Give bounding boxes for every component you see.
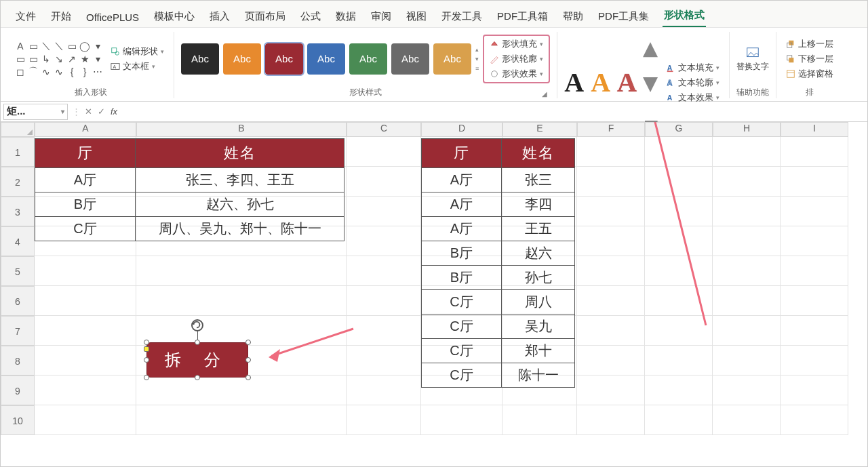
right-cell-7-0[interactable]: C厅: [422, 339, 502, 363]
gallery-more-icon[interactable]: ≡: [475, 65, 479, 72]
handle-w[interactable]: [144, 357, 149, 363]
wordart-style-0[interactable]: A: [564, 66, 584, 98]
send-backward-button[interactable]: 下移一层: [783, 52, 836, 66]
style-swatch-6[interactable]: Abc: [433, 43, 471, 75]
cell-A9[interactable]: [35, 375, 136, 405]
row-header-5[interactable]: 5: [1, 256, 35, 286]
rotate-handle[interactable]: [191, 319, 203, 331]
cell-A6[interactable]: [35, 286, 136, 316]
right-cell-7-1[interactable]: 郑十: [502, 339, 575, 363]
cell-A10[interactable]: [35, 405, 136, 435]
tab-formulas[interactable]: 公式: [299, 7, 322, 27]
wa-up-icon[interactable]: ▴: [644, 32, 659, 64]
adjust-handle[interactable]: [144, 346, 149, 352]
bring-forward-button[interactable]: 上移一层: [783, 37, 836, 51]
cancel-edit-icon[interactable]: ✕: [85, 106, 92, 117]
split-shape[interactable]: 拆 分: [146, 342, 248, 378]
tab-officeplus[interactable]: OfficePLUS: [85, 9, 140, 27]
edit-shape-button[interactable]: 编辑形状▾: [108, 45, 167, 58]
sheet-area[interactable]: ABCDEFGHI 12345678910 厅 姓名 A厅张三、李四、王五B厅赵…: [1, 122, 867, 467]
tab-view[interactable]: 视图: [405, 7, 428, 27]
cell-I5[interactable]: [781, 256, 848, 286]
handle-s[interactable]: [195, 375, 200, 380]
select-all-corner[interactable]: [1, 122, 35, 137]
style-swatch-2[interactable]: Abc: [265, 43, 303, 75]
tab-data[interactable]: 数据: [334, 7, 357, 27]
row-header-8[interactable]: 8: [1, 346, 35, 375]
right-cell-0-1[interactable]: 张三: [502, 168, 575, 192]
right-cell-8-0[interactable]: C厅: [422, 363, 502, 388]
cell-I10[interactable]: [781, 405, 848, 435]
left-cell-0-0[interactable]: A厅: [35, 168, 136, 192]
row-header-6[interactable]: 6: [1, 286, 35, 316]
right-cell-1-0[interactable]: A厅: [422, 192, 502, 217]
cell-I4[interactable]: [781, 226, 848, 256]
formula-input[interactable]: [121, 104, 867, 120]
right-cell-4-0[interactable]: B厅: [422, 266, 502, 290]
text-fill-button[interactable]: A 文本填充▾: [663, 61, 722, 75]
cell-B6[interactable]: [136, 286, 347, 316]
tab-pdftoolset[interactable]: PDF工具集: [597, 7, 650, 27]
left-cell-2-0[interactable]: C厅: [35, 217, 136, 241]
cell-F9[interactable]: [577, 375, 645, 405]
cell-C4[interactable]: [347, 226, 421, 256]
gallery-down-icon[interactable]: ▾: [475, 56, 479, 62]
tab-help[interactable]: 帮助: [561, 7, 585, 27]
shapes-gallery[interactable]: A▭＼＼▭◯▾ ▭▭↳↘↗★▾ ◻⌒∿∿{}⋯: [14, 40, 104, 78]
row-header-1[interactable]: 1: [1, 137, 35, 167]
shape-outline-button[interactable]: 形状轮廓▾: [487, 52, 546, 66]
col-header-I[interactable]: I: [781, 122, 848, 137]
right-cell-2-1[interactable]: 王五: [502, 217, 575, 241]
shape-style-gallery[interactable]: Abc Abc Abc Abc Abc Abc Abc ▴ ▾ ≡: [181, 43, 479, 75]
tab-devtools[interactable]: 开发工具: [440, 7, 484, 27]
right-cell-0-0[interactable]: A厅: [422, 168, 502, 192]
right-cell-3-0[interactable]: B厅: [422, 241, 502, 266]
cell-I6[interactable]: [781, 286, 848, 316]
cell-C10[interactable]: [347, 405, 421, 435]
row-header-2[interactable]: 2: [1, 167, 35, 197]
right-cell-5-1[interactable]: 周八: [502, 290, 575, 314]
shape-effects-button[interactable]: 形状效果▾: [487, 67, 546, 81]
cell-H9[interactable]: [713, 375, 781, 405]
tab-review[interactable]: 审阅: [370, 7, 393, 27]
cell-I1[interactable]: [781, 137, 848, 167]
col-header-E[interactable]: E: [502, 122, 577, 137]
tab-pagelayout[interactable]: 页面布局: [243, 7, 287, 27]
cell-F10[interactable]: [577, 405, 645, 435]
handle-ne[interactable]: [245, 340, 251, 345]
cell-H10[interactable]: [713, 405, 781, 435]
cell-C2[interactable]: [347, 167, 421, 197]
shape-styles-dialog-launcher[interactable]: ◢: [542, 90, 550, 98]
style-swatch-5[interactable]: Abc: [391, 43, 429, 75]
left-cell-1-0[interactable]: B厅: [35, 192, 136, 217]
style-swatch-0[interactable]: Abc: [181, 43, 219, 75]
style-swatch-1[interactable]: Abc: [223, 43, 261, 75]
cell-C6[interactable]: [347, 286, 421, 316]
cell-B5[interactable]: [136, 256, 347, 286]
gallery-up-icon[interactable]: ▴: [475, 46, 479, 53]
namebox-dropdown-icon[interactable]: ▾: [61, 108, 64, 115]
cell-C1[interactable]: [347, 137, 421, 167]
right-cell-2-0[interactable]: A厅: [422, 217, 502, 241]
handle-n[interactable]: [195, 340, 200, 345]
tab-insert[interactable]: 插入: [208, 7, 231, 27]
tab-file[interactable]: 文件: [14, 7, 37, 27]
col-header-A[interactable]: A: [35, 122, 136, 137]
left-cell-1-1[interactable]: 赵六、孙七: [136, 192, 344, 217]
row-header-7[interactable]: 7: [1, 316, 35, 346]
cell-I3[interactable]: [781, 197, 848, 226]
row-header-3[interactable]: 3: [1, 197, 35, 226]
cell-I2[interactable]: [781, 167, 848, 197]
right-cell-5-0[interactable]: C厅: [422, 290, 502, 314]
cell-G10[interactable]: [645, 405, 713, 435]
row-header-10[interactable]: 10: [1, 405, 35, 435]
handle-e[interactable]: [245, 357, 251, 363]
left-cell-0-1[interactable]: 张三、李四、王五: [136, 168, 344, 192]
selection-pane-button[interactable]: 选择窗格: [783, 67, 836, 81]
left-cell-2-1[interactable]: 周八、吴九、郑十、陈十一: [136, 217, 344, 241]
text-outline-button[interactable]: A 文本轮廓▾: [663, 76, 722, 89]
cell-E10[interactable]: [502, 405, 577, 435]
right-cell-1-1[interactable]: 李四: [502, 192, 575, 217]
cell-B10[interactable]: [136, 405, 347, 435]
cell-I8[interactable]: [781, 346, 848, 375]
